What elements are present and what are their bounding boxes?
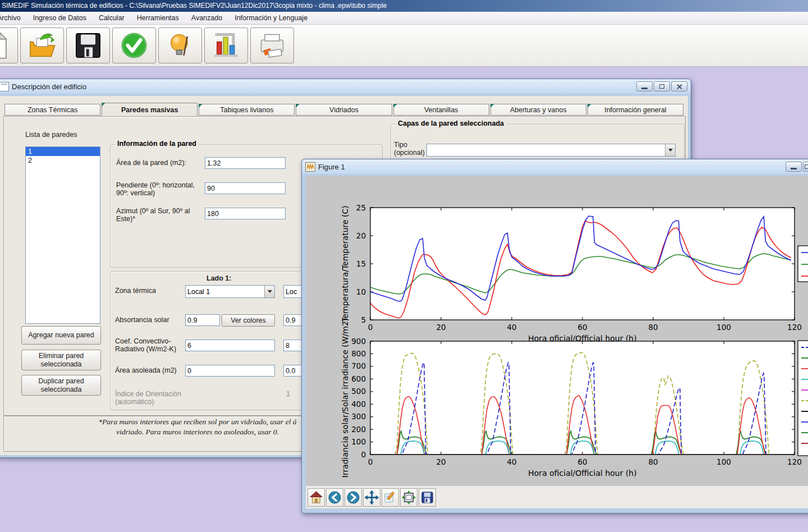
- absortancia-input[interactable]: [185, 314, 220, 326]
- absortancia-label: Absortancia solar: [115, 316, 169, 324]
- zoom-edit-button[interactable]: [382, 488, 399, 507]
- tab-informacion-general[interactable]: Información general: [587, 104, 683, 116]
- wall-area-label: Área de la pared (m2):: [116, 159, 186, 167]
- dialog-close-button[interactable]: [671, 81, 687, 91]
- dialog-restore-button[interactable]: [654, 81, 670, 91]
- pendiente-input[interactable]: [205, 182, 286, 194]
- dialog-title-bar[interactable]: Descripción del edificio: [0, 79, 691, 94]
- open-file-button[interactable]: [20, 27, 64, 63]
- y-tick-label: 500: [351, 387, 366, 396]
- wall-area-input[interactable]: [205, 157, 286, 169]
- figure-window: Figure 1 020406080100120510152025Hora of…: [301, 159, 808, 513]
- lado1-header: Lado 1:: [206, 274, 231, 282]
- y-tick-label: 5: [361, 315, 366, 324]
- ver-colores-button[interactable]: Ver colores: [222, 314, 275, 327]
- menu-archivo[interactable]: Archivo: [0, 12, 27, 24]
- tab-corner-marker: [102, 103, 105, 107]
- x-axis-label: Hora oficial/Official hour (h): [528, 469, 636, 478]
- y-axis-label: Irradiancia solar/Solar irradiance (W/m2…: [341, 318, 350, 478]
- coef-label: Coef. Convectivo-Radiativo (W/m2-K): [115, 337, 182, 353]
- menu-ingreso-de-datos[interactable]: Ingreso de Datos: [27, 12, 93, 24]
- y-tick-label: 15: [356, 259, 366, 268]
- tab-ventanillas[interactable]: Ventanillas: [393, 104, 489, 116]
- chevron-down-icon: [668, 149, 673, 152]
- coef-input[interactable]: [185, 340, 275, 351]
- menu-avanzado[interactable]: Avanzado: [185, 12, 228, 24]
- x-tick-label: 60: [577, 457, 587, 466]
- dialog-icon: [0, 82, 9, 91]
- x-tick-label: 100: [717, 323, 731, 332]
- pan-button[interactable]: [363, 488, 380, 507]
- dialog-minimize-button[interactable]: [636, 81, 653, 91]
- wall-list[interactable]: 1 2: [25, 146, 100, 324]
- remove-wall-button[interactable]: Eliminar pared seleccionada: [21, 350, 101, 370]
- matplotlib-icon: [305, 162, 315, 172]
- area-asoleada-label: Área asoleada (m2): [115, 366, 177, 374]
- y-tick-label: 0: [361, 450, 366, 459]
- tab-vidriados[interactable]: Vidriados: [296, 104, 392, 116]
- back-icon: [328, 490, 342, 505]
- home-icon: [309, 490, 323, 505]
- results-button[interactable]: [204, 27, 248, 63]
- pendiente-label: Pendiente (0º: horizontal, 90º: vertical…: [116, 181, 200, 197]
- figure-title-bar[interactable]: Figure 1: [302, 159, 808, 174]
- wall-info-group-title: Información de la pared: [115, 140, 199, 148]
- save-button[interactable]: [66, 27, 110, 63]
- menu-herramientas[interactable]: Herramientas: [131, 12, 185, 24]
- tab-paredes-masivas[interactable]: Paredes masivas: [102, 103, 198, 117]
- azimut-input[interactable]: [205, 208, 286, 219]
- zona-termica-dropdown-button[interactable]: [264, 286, 274, 297]
- run-button[interactable]: [112, 27, 156, 63]
- tab-zonas-termicas[interactable]: Zonas Térmicas: [4, 104, 100, 116]
- tipo-select[interactable]: [426, 144, 676, 157]
- tab-strip: Zonas Térmicas Paredes masivas Tabiques …: [4, 104, 685, 116]
- wall-list-item-1[interactable]: 1: [26, 147, 100, 156]
- tab-corner-marker: [296, 104, 300, 108]
- y-axis-label: Temperatura/Temperature (C): [341, 205, 350, 323]
- zona-termica-select[interactable]: Local 1: [185, 285, 275, 298]
- axes-background: [370, 208, 795, 320]
- y-tick-label: 900: [351, 337, 366, 346]
- duplicate-wall-button[interactable]: Duplicar pared seleccionada: [21, 375, 101, 396]
- x-tick-label: 120: [787, 457, 802, 466]
- x-tick-label: 40: [507, 457, 516, 466]
- tab-tabiques-livianos[interactable]: Tabiques livianos: [199, 104, 295, 116]
- zoom-edit-icon: [383, 490, 397, 505]
- menu-calcular[interactable]: Calcular: [93, 12, 131, 24]
- x-tick-label: 60: [577, 323, 587, 332]
- save-figure-button[interactable]: [419, 488, 436, 507]
- figure-maximize-button[interactable]: [803, 162, 808, 172]
- print-button[interactable]: [250, 27, 294, 63]
- x-tick-label: 20: [436, 457, 446, 466]
- y-tick-label: 300: [351, 412, 366, 421]
- home-button[interactable]: [307, 488, 325, 507]
- open-folder-icon: [27, 31, 57, 60]
- results-chart-icon: [212, 31, 241, 60]
- tips-button[interactable]: [158, 27, 202, 63]
- app-toolbar: [0, 25, 808, 67]
- x-tick-label: 120: [787, 323, 802, 332]
- area-asoleada-input[interactable]: [185, 365, 275, 377]
- subplots-button[interactable]: [400, 488, 417, 507]
- tipo-dropdown-button[interactable]: [665, 144, 675, 156]
- dialog-title: Descripción del edificio: [12, 82, 86, 91]
- tab-corner-marker: [393, 104, 397, 108]
- save-icon: [420, 490, 434, 505]
- y-tick-label: 200: [351, 425, 366, 434]
- x-tick-label: 0: [368, 323, 373, 332]
- tab-aberturas-y-vanos[interactable]: Aberturas y vanos: [490, 104, 586, 116]
- app-title-bar[interactable]: SIMEDIF Simulación térmica de edificios …: [0, 0, 808, 12]
- x-tick-label: 0: [368, 457, 373, 466]
- figure-minimize-button[interactable]: [786, 162, 802, 172]
- forward-button[interactable]: [345, 488, 362, 507]
- print-icon: [258, 31, 287, 60]
- y-tick-label: 20: [356, 231, 366, 240]
- add-wall-button[interactable]: Agregar nueva pared: [21, 326, 101, 345]
- tab-corner-marker: [587, 104, 591, 108]
- menu-informacion-y-lenguaje[interactable]: Información y Lenguaje: [228, 12, 314, 24]
- new-file-button[interactable]: [0, 27, 18, 63]
- indice-orientacion-label: Índice de Orientación (automático): [115, 390, 188, 406]
- wall-list-item-2[interactable]: 2: [26, 156, 100, 165]
- tipo-label: Tipo (opcional): [394, 141, 423, 157]
- back-button[interactable]: [326, 488, 343, 507]
